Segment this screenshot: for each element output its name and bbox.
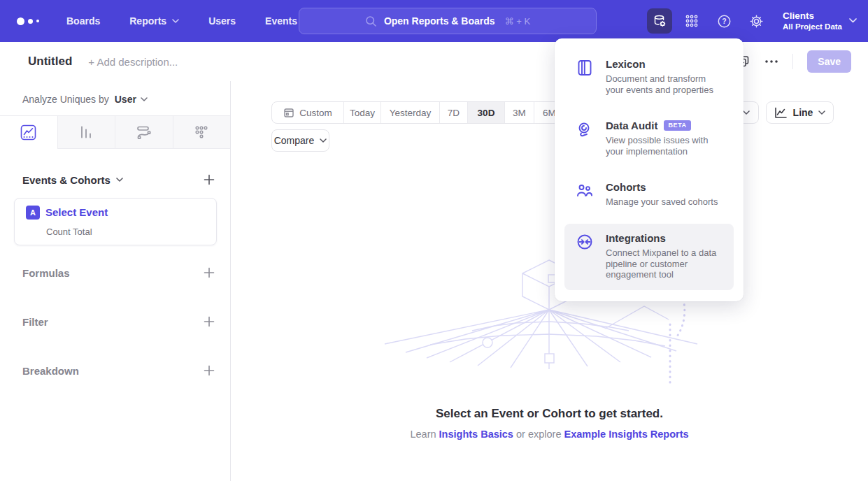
compare-label: Compare	[274, 135, 315, 146]
nav-reports-label: Reports	[129, 15, 166, 27]
report-title[interactable]: Untitled	[28, 55, 72, 69]
database-gear-icon	[653, 14, 667, 29]
more-options-icon[interactable]	[764, 59, 778, 64]
select-event-card[interactable]: A Select Event Count Total	[14, 198, 217, 245]
add-filter-button[interactable]	[204, 316, 215, 327]
tab-retention[interactable]	[173, 116, 231, 149]
retention-tab-icon	[194, 124, 209, 140]
date-range-7d-label: 7D	[448, 108, 460, 118]
integrations-title: Integrations	[606, 232, 666, 244]
nav-users[interactable]: Users	[194, 0, 250, 42]
menu-item-data-audit[interactable]: Data Audit BETA View possible issues wit…	[564, 111, 734, 166]
cohorts-people-icon	[576, 181, 594, 208]
date-range-control: Custom Today Yesterday 7D 30D 3M 6M	[271, 101, 565, 124]
empty-state-subtext: Learn Insights Basics or explore Example…	[231, 429, 868, 440]
menu-item-lexicon[interactable]: Lexicon Document and transform your even…	[564, 50, 734, 105]
date-range-today[interactable]: Today	[343, 102, 380, 123]
chart-type-tabs	[0, 115, 230, 149]
nav-reports[interactable]: Reports	[115, 0, 194, 42]
date-range-custom[interactable]: Custom	[272, 102, 343, 123]
nav-events-label: Events	[265, 15, 297, 27]
navbar-right-cluster: ? Clients All Project Data	[647, 0, 857, 42]
integrations-sync-icon	[576, 232, 594, 280]
menu-item-integrations[interactable]: Integrations Connect Mixpanel to a data …	[564, 224, 734, 290]
add-description-field[interactable]: + Add description...	[88, 56, 178, 68]
insights-basics-link[interactable]: Insights Basics	[439, 429, 513, 440]
settings-button[interactable]	[744, 8, 769, 34]
apps-grid-button[interactable]	[679, 8, 704, 34]
filter-section: Filter	[22, 314, 215, 329]
events-cohorts-header[interactable]: Events & Cohorts	[22, 174, 123, 186]
bar-chart-tab-icon	[78, 124, 94, 140]
top-navbar: Boards Reports Users Events Open Reports…	[0, 0, 868, 42]
date-range-7d[interactable]: 7D	[439, 102, 467, 123]
data-audit-icon	[576, 120, 594, 157]
add-formula-button[interactable]	[204, 267, 215, 278]
breakdown-section: Breakdown	[22, 363, 215, 378]
grid-dots-icon	[685, 14, 699, 28]
add-breakdown-button[interactable]	[204, 365, 215, 376]
chart-style-label: Line	[793, 107, 813, 118]
date-range-yesterday-label: Yesterday	[390, 108, 432, 118]
chevron-down-icon	[172, 19, 179, 23]
cohorts-description: Manage your saved cohorts	[606, 196, 718, 208]
data-audit-description: View possible issues with your implement…	[606, 135, 723, 157]
save-button[interactable]: Save	[807, 50, 851, 73]
learn-prefix: Learn	[410, 429, 439, 440]
chevron-down-icon	[849, 18, 857, 23]
filter-label: Filter	[22, 316, 48, 328]
compare-button[interactable]: Compare	[271, 129, 329, 152]
select-event-label[interactable]: Select Event	[45, 206, 108, 218]
analyze-label: Analyze Uniques by	[22, 94, 109, 105]
nav-boards-label: Boards	[66, 15, 100, 27]
help-button[interactable]: ?	[711, 8, 737, 34]
svg-text:?: ?	[722, 17, 726, 25]
calendar-icon	[283, 107, 294, 118]
chevron-down-icon	[743, 110, 750, 115]
tab-insights-line[interactable]	[0, 116, 57, 149]
chevron-down-icon	[320, 138, 327, 143]
mixpanel-insights-app: Boards Reports Users Events Open Reports…	[0, 0, 868, 481]
event-letter-badge: A	[26, 206, 40, 220]
tab-flows[interactable]	[115, 116, 173, 149]
count-total-label[interactable]: Count Total	[46, 227, 92, 237]
analyze-value: User	[115, 94, 136, 105]
lexicon-book-icon	[576, 58, 594, 95]
date-range-custom-label: Custom	[299, 108, 332, 118]
or-explore-text: or explore	[513, 429, 564, 440]
events-cohorts-label: Events & Cohorts	[22, 174, 111, 186]
line-chart-tab-icon	[20, 124, 36, 141]
beta-badge: BETA	[664, 120, 690, 131]
global-search-input[interactable]: Open Reports & Boards ⌘ + K	[299, 8, 597, 34]
date-range-30d[interactable]: 30D	[467, 102, 504, 123]
mixpanel-logo-icon[interactable]	[17, 17, 39, 25]
formulas-label: Formulas	[22, 267, 70, 279]
nav-boards[interactable]: Boards	[52, 0, 115, 42]
gear-icon	[749, 14, 764, 29]
project-selector[interactable]: Clients All Project Data	[776, 10, 857, 32]
header-actions: Save	[737, 50, 851, 73]
search-icon	[365, 15, 377, 27]
org-name: Clients	[783, 10, 842, 22]
cohorts-title: Cohorts	[606, 181, 646, 193]
query-builder-sidebar: Analyze Uniques by User	[0, 81, 231, 481]
integrations-description: Connect Mixpanel to a data pipeline or c…	[606, 247, 723, 280]
flows-tab-icon	[136, 124, 152, 141]
add-event-button[interactable]	[204, 174, 215, 185]
tab-bar-chart[interactable]	[57, 116, 115, 149]
example-insights-reports-link[interactable]: Example Insights Reports	[564, 429, 688, 440]
date-range-3m[interactable]: 3M	[504, 102, 534, 123]
data-management-button[interactable]	[647, 8, 672, 34]
analyze-uniques-selector[interactable]: Analyze Uniques by User	[22, 94, 148, 105]
lexicon-title: Lexicon	[606, 58, 646, 70]
date-range-yesterday[interactable]: Yesterday	[380, 102, 439, 123]
search-shortcut: ⌘ + K	[505, 16, 531, 27]
chevron-down-icon	[818, 110, 825, 115]
data-audit-title: Data Audit	[606, 120, 657, 131]
date-range-3m-label: 3M	[513, 108, 526, 118]
chart-style-dropdown[interactable]: Line	[766, 101, 834, 124]
header-divider	[792, 54, 793, 69]
empty-state-heading: Select an Event or Cohort to get started…	[231, 407, 868, 421]
chevron-down-icon	[141, 97, 148, 101]
menu-item-cohorts[interactable]: Cohorts Manage your saved cohorts	[564, 173, 734, 217]
